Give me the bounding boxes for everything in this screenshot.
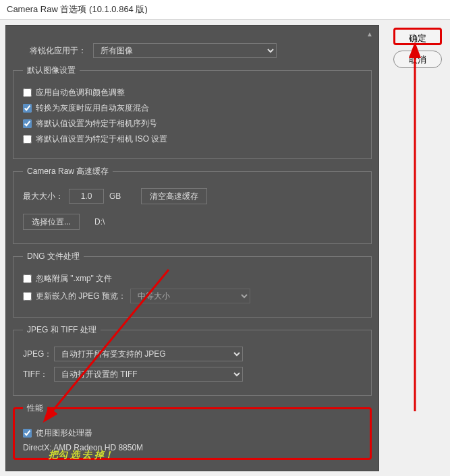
camera-iso-label: 将默认值设置为特定于相机 ISO 设置 (36, 133, 167, 145)
jpeg-size-dropdown: 中等大小 (130, 289, 250, 303)
maxsize-label: 最大大小： (23, 191, 63, 202)
maxsize-unit: GB (109, 191, 121, 201)
sharpen-dropdown[interactable]: 所有图像 (93, 43, 277, 58)
cache-fieldset: Camera Raw 高速缓存 最大大小： GB 清空高速缓存 选择位置... … (13, 166, 372, 244)
ignore-xmp-checkbox[interactable] (23, 274, 32, 283)
window-titlebar: Camera Raw 首选项 (10.1.0.864 版) (0, 0, 450, 20)
dng-fieldset: DNG 文件处理 忽略附属 ".xmp" 文件 更新嵌入的 JPEG 预览： 中… (13, 251, 372, 318)
annotation-text: 把勾 选 去 掉！ (49, 449, 113, 461)
performance-fieldset: 性能 把勾 选 去 掉！ 使用图形处理器 DirectX: AMD Radeon… (13, 403, 372, 460)
cache-path: D:\ (94, 217, 105, 227)
scroll-up-icon[interactable]: ▲ (365, 30, 374, 39)
use-gpu-label: 使用图形处理器 (36, 427, 92, 439)
jpegtiff-legend: JPEG 和 TIFF 处理 (23, 324, 101, 336)
clear-cache-button[interactable]: 清空高速缓存 (141, 188, 207, 204)
ignore-xmp-label: 忽略附属 ".xmp" 文件 (36, 273, 112, 285)
performance-legend: 性能 (23, 403, 47, 414)
cancel-button[interactable]: 取消 (393, 51, 442, 68)
preferences-panel: ▲ 将锐化应用于： 所有图像 默认图像设置 应用自动色调和颜色调整 转换为灰度时… (5, 25, 379, 471)
update-jpeg-label: 更新嵌入的 JPEG 预览： (36, 291, 126, 302)
cache-legend: Camera Raw 高速缓存 (23, 166, 113, 177)
buttons-panel: 确定 取消 (385, 20, 450, 476)
tiff-label: TIFF： (23, 369, 49, 380)
auto-tone-label: 应用自动色调和颜色调整 (36, 87, 125, 98)
camera-serial-label: 将默认值设置为特定于相机序列号 (36, 118, 157, 129)
tiff-dropdown[interactable]: 自动打开设置的 TIFF (54, 367, 243, 382)
grayscale-mix-checkbox[interactable] (23, 104, 32, 113)
defaults-fieldset: 默认图像设置 应用自动色调和颜色调整 转换为灰度时应用自动灰度混合 将默认值设置… (13, 65, 372, 159)
jpegtiff-fieldset: JPEG 和 TIFF 处理 JPEG： 自动打开所有受支持的 JPEG TIF… (13, 324, 372, 396)
ok-button[interactable]: 确定 (393, 28, 442, 45)
jpeg-dropdown[interactable]: 自动打开所有受支持的 JPEG (54, 347, 243, 361)
dng-legend: DNG 文件处理 (23, 251, 84, 262)
select-location-button[interactable]: 选择位置... (23, 214, 80, 230)
update-jpeg-checkbox[interactable] (23, 292, 32, 301)
auto-tone-checkbox[interactable] (23, 88, 32, 97)
jpeg-label: JPEG： (23, 349, 49, 360)
camera-serial-checkbox[interactable] (23, 119, 32, 128)
camera-iso-checkbox[interactable] (23, 135, 32, 144)
grayscale-mix-label: 转换为灰度时应用自动灰度混合 (36, 102, 149, 114)
window-title: Camera Raw 首选项 (10.1.0.864 版) (7, 4, 148, 14)
maxsize-input[interactable] (69, 189, 104, 204)
defaults-legend: 默认图像设置 (23, 65, 80, 76)
sharpen-label: 将锐化应用于： (30, 45, 86, 57)
use-gpu-checkbox[interactable] (23, 429, 32, 438)
